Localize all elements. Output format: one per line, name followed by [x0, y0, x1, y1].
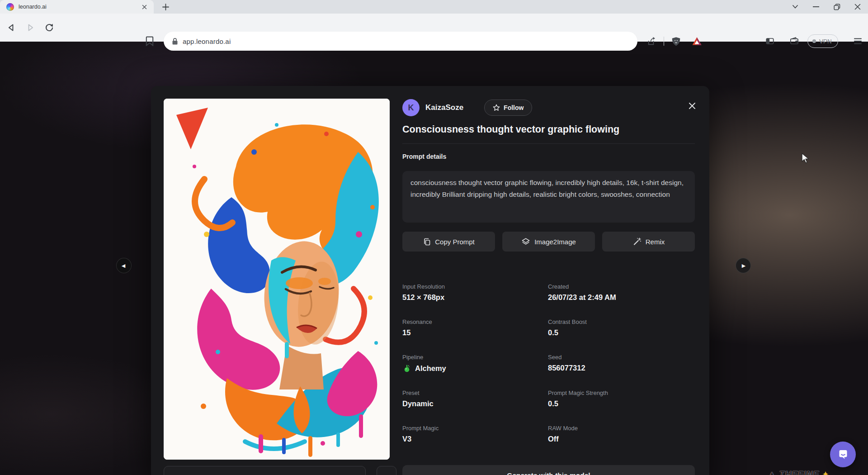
share-icon: [645, 36, 656, 47]
image2image-button[interactable]: Image2Image: [502, 232, 595, 252]
detail-label: Preset: [402, 390, 548, 396]
new-tab-button[interactable]: [159, 1, 172, 13]
modal-close-button[interactable]: [687, 100, 698, 111]
brave-rewards-button[interactable]: [689, 33, 704, 49]
carousel-right-icon: ▶: [742, 263, 745, 269]
detail-label: Prompt Magic Strength: [548, 390, 695, 396]
back-button[interactable]: [4, 20, 19, 35]
detail-label: Seed: [548, 354, 695, 361]
sidebar-toggle-button[interactable]: [762, 33, 778, 49]
leonardo-favicon-icon: [6, 3, 14, 11]
detail-label: Input Resolution: [402, 283, 548, 290]
detail-contrast-boost: Contrast Boost 0.5: [548, 318, 695, 337]
detail-raw-mode: RAW Mode Off: [548, 425, 695, 443]
prompt-details-heading: Prompt details: [402, 153, 446, 160]
detail-value: Dynamic: [402, 399, 548, 408]
remix-button[interactable]: Remix: [602, 232, 695, 252]
detail-value: Off: [548, 435, 695, 443]
watermark-text: THEFINE: [779, 469, 819, 475]
close-icon: [142, 5, 147, 10]
hamburger-icon: [854, 38, 862, 44]
image-title: Consciousness thought vector graphic flo…: [402, 124, 692, 135]
toolbar-separator: [664, 37, 664, 46]
detail-label: Prompt Magic: [402, 425, 548, 432]
detail-value: 0.5: [548, 399, 695, 408]
copy-prompt-button[interactable]: Copy Prompt: [402, 232, 495, 252]
image2image-label: Image2Image: [534, 238, 576, 246]
bottom-square-button[interactable]: [377, 466, 396, 475]
detail-value: 512 × 768px: [402, 293, 548, 302]
lock-icon: [172, 38, 178, 45]
remix-label: Remix: [646, 238, 665, 246]
share-button[interactable]: [643, 33, 658, 49]
address-bar[interactable]: app.leonardo.ai: [164, 32, 637, 51]
detail-value: 0.5: [548, 328, 695, 337]
detail-label: Pipeline: [402, 354, 548, 361]
user-name[interactable]: KaizaSoze: [425, 103, 463, 112]
detail-label: RAW Mode: [548, 425, 695, 432]
user-avatar[interactable]: K: [402, 99, 420, 116]
prompt-text: consciousness thought vector graphic flo…: [410, 179, 684, 198]
detail-prompt-magic: Prompt Magic V3: [402, 425, 548, 443]
wallet-icon: [789, 36, 800, 47]
restore-icon: [834, 4, 840, 10]
mouse-cursor: [801, 153, 811, 164]
vpn-status-dot: [812, 39, 816, 43]
detail-value: 26/07/23 at 2:49 AM: [548, 293, 695, 302]
tab-strip: leonardo.ai: [0, 0, 868, 14]
watermark-triangle-icon: ▲: [768, 469, 777, 475]
copy-prompt-label: Copy Prompt: [435, 238, 475, 246]
detail-panel: K KaizaSoze Follow Consciousness thought…: [402, 86, 695, 475]
alchemy-flask-icon: [402, 364, 411, 373]
detail-value: 15: [402, 328, 548, 337]
next-image-button[interactable]: ▶: [736, 258, 751, 273]
tab-search-button[interactable]: [785, 0, 806, 14]
vpn-button[interactable]: VPN: [807, 34, 838, 48]
bookmark-icon: [145, 36, 155, 47]
generate-with-model-button[interactable]: Generate with this model: [402, 465, 695, 475]
window-close-button[interactable]: [847, 0, 868, 14]
detail-prompt-magic-strength: Prompt Magic Strength 0.5: [548, 390, 695, 408]
vpn-label: VPN: [819, 38, 832, 45]
brave-shield-icon: [670, 36, 682, 47]
bookmark-button[interactable]: [142, 33, 157, 49]
brave-shields-button[interactable]: [668, 33, 684, 49]
detail-resonance: Resonance 15: [402, 318, 548, 337]
detail-preset: Preset Dynamic: [402, 390, 548, 408]
pipeline-value: Alchemy: [415, 364, 446, 373]
chat-fab-button[interactable]: [830, 442, 856, 467]
detail-value: V3: [402, 435, 548, 443]
menu-button[interactable]: [850, 33, 865, 49]
bat-triangle-icon: [691, 36, 703, 47]
minimize-button[interactable]: [806, 0, 826, 14]
prev-image-button[interactable]: ◀: [116, 258, 132, 273]
tab-close-button[interactable]: [139, 2, 149, 12]
browser-toolbar: app.leonardo.ai VPN: [0, 14, 868, 42]
forward-button[interactable]: [23, 20, 38, 35]
follow-button[interactable]: Follow: [484, 100, 532, 116]
sparkle-icon: ✦: [822, 469, 830, 475]
chevron-down-icon: [792, 4, 799, 10]
reload-icon: [44, 22, 55, 33]
detail-seed: Seed 856077312: [548, 354, 695, 373]
detail-value: 856077312: [548, 364, 695, 372]
detail-pipeline: Pipeline Alchemy: [402, 354, 548, 373]
restore-button[interactable]: [826, 0, 847, 14]
divider: [402, 143, 695, 144]
bottom-bar[interactable]: [164, 466, 366, 475]
watermark: ▲ THEFINE ✦: [768, 469, 830, 475]
browser-tab[interactable]: leonardo.ai: [0, 0, 154, 14]
generate-label: Generate with this model: [507, 471, 590, 475]
details-grid: Input Resolution 512 × 768px Created 26/…: [402, 283, 695, 443]
chat-bubble-icon: [836, 448, 850, 461]
minimize-icon: [813, 6, 819, 8]
layers-icon: [521, 237, 530, 246]
carousel-left-icon: ◀: [122, 263, 125, 269]
reload-button[interactable]: [42, 20, 57, 35]
wallet-button[interactable]: [787, 33, 802, 49]
tab-title: leonardo.ai: [19, 4, 139, 10]
close-icon: [688, 102, 696, 110]
detail-value: Alchemy: [402, 364, 548, 373]
detail-label: Resonance: [402, 318, 548, 325]
back-icon: [6, 22, 17, 33]
